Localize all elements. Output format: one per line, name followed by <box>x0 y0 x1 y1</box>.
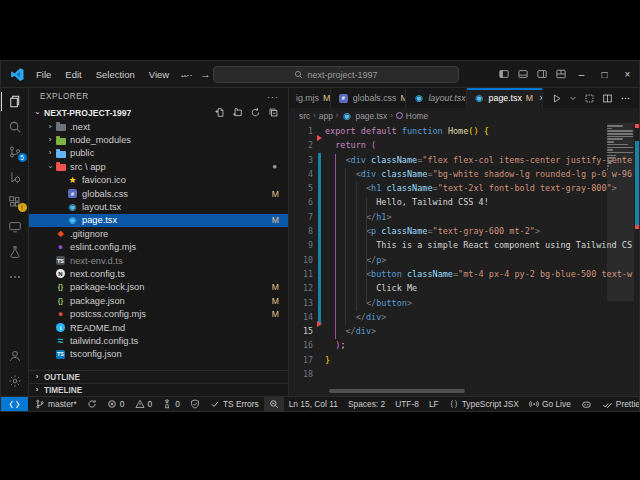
menu-view[interactable]: View <box>142 61 176 87</box>
explorer-icon <box>7 94 22 109</box>
branch-icon <box>35 399 45 409</box>
status-prettier[interactable]: Prettier <box>597 397 639 411</box>
toggle-sidebar-icon[interactable] <box>494 61 513 87</box>
code-editor[interactable]: 1export default function Home() {2 retur… <box>289 123 639 396</box>
menu-selection[interactable]: Selection <box>89 61 142 87</box>
tree-item-.gitignore[interactable]: ◆.gitignore <box>29 227 288 240</box>
nav-forward-icon[interactable]: → <box>200 68 211 80</box>
chevron-right-icon: › <box>45 148 55 158</box>
breadcrumb-src[interactable]: src <box>299 111 310 121</box>
breadcrumb-Home[interactable]: Home <box>396 111 428 121</box>
explorer-more-actions-icon[interactable]: ··· <box>267 92 279 102</box>
project-root-row[interactable]: › NEXT-PROJECT-1997 <box>29 105 288 120</box>
open-changes-icon[interactable] <box>584 93 595 104</box>
status-language-mode[interactable]: TypeScript JSX <box>444 397 524 411</box>
tree-item-nodemodules[interactable]: ›node_modules <box>29 133 288 146</box>
tree-item-postcss.config.mjs[interactable]: ●postcss.config.mjsM <box>29 307 288 320</box>
tree-item-README.md[interactable]: iREADME.md <box>29 321 288 334</box>
status-sync[interactable] <box>82 397 102 411</box>
code-text: This is a simple React component using T… <box>325 238 632 252</box>
breadcrumb-app[interactable]: app <box>319 111 333 121</box>
code-line-17: 17} <box>289 353 639 367</box>
status-bar: master*000TS Errors Ln 15, Col 11Spaces:… <box>1 396 639 411</box>
status-copilot[interactable] <box>576 397 597 411</box>
status-eol[interactable]: LF <box>424 397 444 411</box>
close-button[interactable]: × <box>616 61 639 87</box>
tab-ig.mjs[interactable]: ig.mjsM <box>289 88 331 108</box>
minimize-button[interactable]: – <box>570 61 593 87</box>
activity-explorer[interactable] <box>1 89 29 114</box>
menu-file[interactable]: File <box>29 61 58 87</box>
status-git-branch[interactable]: master* <box>30 397 82 411</box>
tab-close-icon[interactable]: × <box>539 93 543 103</box>
split-editor-icon[interactable] <box>602 93 613 104</box>
more-actions-icon[interactable] <box>620 93 631 104</box>
activity-account[interactable] <box>1 343 29 368</box>
status-zoom[interactable] <box>264 397 284 411</box>
tree-item-page.tsx[interactable]: ◉page.tsxM <box>29 214 288 227</box>
tree-item-public[interactable]: ›public <box>29 147 288 160</box>
status-warnings[interactable]: 0 <box>130 397 158 411</box>
tree-item-globals.css[interactable]: #globals.cssM <box>29 187 288 200</box>
new-file-icon[interactable] <box>214 107 225 118</box>
toggle-secondary-sidebar-icon[interactable] <box>532 61 551 87</box>
toggle-panel-icon[interactable] <box>513 61 532 87</box>
status-cursor-position[interactable]: Ln 15, Col 11 <box>284 397 343 411</box>
activity-search[interactable] <box>1 114 29 139</box>
tree-item-tailwind.config.ts[interactable]: ≈tailwind.config.ts <box>29 334 288 347</box>
refresh-icon[interactable] <box>250 107 261 118</box>
tree-item-tsconfig.json[interactable]: TStsconfig.json <box>29 348 288 361</box>
chevron-right-icon: › <box>32 385 42 395</box>
eslint-file-icon: ● <box>55 242 66 252</box>
next-file-icon: N <box>55 269 66 279</box>
tree-item-packagelock.json[interactable]: {}package-lock.jsonM <box>29 281 288 294</box>
new-folder-icon[interactable] <box>232 107 243 118</box>
activity-remote-explorer[interactable] <box>1 214 29 239</box>
file-label: node_modules <box>70 135 131 145</box>
activity-more[interactable] <box>1 264 29 289</box>
activity-testing[interactable] <box>1 239 29 264</box>
run-icon[interactable] <box>551 93 562 104</box>
activity-extensions[interactable]: ! <box>1 189 29 214</box>
tree-item-next.config.ts[interactable]: Nnext.config.ts <box>29 267 288 280</box>
status-shield[interactable] <box>185 397 205 411</box>
editor-actions <box>543 88 639 108</box>
gutter-decoration <box>313 167 325 181</box>
more-icon <box>8 270 22 284</box>
horizontal-scrollbar[interactable] <box>329 389 465 393</box>
tree-item-nextenv.d.ts[interactable]: TSnext-env.d.ts <box>29 254 288 267</box>
status-go-live[interactable]: Go Live <box>524 397 576 411</box>
tree-item-srcapp[interactable]: ›src \ app● <box>29 160 288 173</box>
status-encoding[interactable]: UTF-8 <box>390 397 424 411</box>
section-timeline[interactable]: ›TIMELINE <box>29 383 288 396</box>
tab-globals.css[interactable]: #globals.cssM <box>331 88 407 108</box>
collapse-all-icon[interactable] <box>268 107 279 118</box>
status-ports[interactable]: 0 <box>157 397 185 411</box>
tree-item-favicon.ico[interactable]: ★favicon.ico <box>29 174 288 187</box>
tree-item-.next[interactable]: ›.next <box>29 120 288 133</box>
tree-item-package.json[interactable]: {}package.jsonM <box>29 294 288 307</box>
menu-edit[interactable]: Edit <box>58 61 88 87</box>
breadcrumb-page.tsx[interactable]: ◉page.tsx <box>342 111 388 121</box>
section-outline[interactable]: ›OUTLINE <box>29 370 288 383</box>
nav-back-icon[interactable]: ← <box>179 68 190 80</box>
status-ts-errors[interactable]: TS Errors <box>205 397 264 411</box>
maximize-button[interactable]: □ <box>593 61 616 87</box>
react-file-icon: ◉ <box>474 93 485 103</box>
symbol-icon <box>396 112 403 119</box>
command-center-search[interactable]: next-project-1997 <box>213 66 459 83</box>
activity-run-debug[interactable] <box>1 164 29 189</box>
tab-layout.tsx[interactable]: ◉layout.tsx <box>406 88 466 108</box>
activity-source-control[interactable]: 5 <box>1 139 29 164</box>
status-errors[interactable]: 0 <box>102 397 130 411</box>
run-dropdown-icon[interactable] <box>569 94 577 102</box>
activity-settings[interactable] <box>1 368 29 393</box>
customize-layout-icon[interactable] <box>551 61 570 87</box>
tree-item-eslint.config.mjs[interactable]: ●eslint.config.mjs <box>29 241 288 254</box>
tab-page.tsx[interactable]: ◉page.tsxM× <box>467 88 543 108</box>
status-indentation[interactable]: Spaces: 2 <box>343 397 390 411</box>
status-remote[interactable] <box>1 397 28 411</box>
minimap-slider[interactable] <box>607 123 634 301</box>
code-line-10: 10 </p> <box>289 253 639 267</box>
tree-item-layout.tsx[interactable]: ◉layout.tsx <box>29 200 288 213</box>
